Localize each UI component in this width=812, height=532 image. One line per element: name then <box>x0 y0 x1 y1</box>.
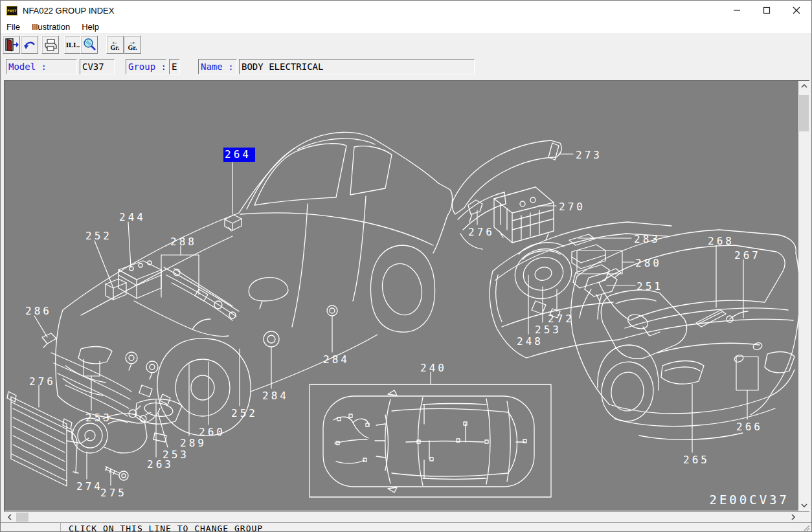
part-callout-268[interactable]: 268 <box>708 235 734 248</box>
part-callout-283[interactable]: 283 <box>634 233 660 246</box>
part-callout-274[interactable]: 274 <box>76 480 103 493</box>
status-panel-left <box>1 523 61 532</box>
maximize-button[interactable] <box>752 1 782 20</box>
group-previous-button[interactable]: ← Gr. <box>106 36 124 54</box>
menu-illustration[interactable]: Illustration <box>26 20 76 33</box>
horizontal-scrollbar[interactable] <box>4 511 809 522</box>
part-callout-284[interactable]: 284 <box>262 390 289 403</box>
name-label: Name : <box>198 59 237 74</box>
part-callout-273[interactable]: 273 <box>576 149 602 162</box>
menu-bar: File Illustration Help <box>1 20 811 33</box>
scroll-left-icon <box>8 514 12 520</box>
maximize-icon <box>763 6 771 14</box>
vertical-scroll-thumb[interactable] <box>799 95 809 131</box>
close-icon <box>793 6 800 14</box>
part-callout-289[interactable]: 289 <box>180 437 207 450</box>
undo-arrow-icon <box>23 39 37 50</box>
zoom-button[interactable] <box>80 36 98 54</box>
toolbar: ILL. ← Gr. → Gr. <box>1 33 811 56</box>
scroll-down-icon <box>801 504 807 507</box>
scroll-right-icon <box>791 514 795 520</box>
part-callout-253[interactable]: 253 <box>85 412 112 425</box>
part-callout-288[interactable]: 288 <box>170 236 197 249</box>
minimize-button[interactable] <box>722 1 752 20</box>
part-callout-264[interactable]: 264 <box>223 148 255 162</box>
horizontal-scroll-thumb[interactable] <box>16 513 28 522</box>
part-callout-253[interactable]: 253 <box>535 324 561 337</box>
part-callout-267[interactable]: 267 <box>734 249 761 262</box>
part-callout-266[interactable]: 266 <box>736 421 763 434</box>
exit-button[interactable] <box>3 36 20 54</box>
exit-door-icon <box>5 38 19 52</box>
resize-grip-icon[interactable] <box>802 524 810 531</box>
fields-row: Model : CV37 Group : E Name : BODY ELECT… <box>1 56 811 80</box>
part-callout-270[interactable]: 270 <box>559 201 585 214</box>
part-callout-252[interactable]: 252 <box>231 407 258 420</box>
name-value[interactable]: BODY ELECTRICAL <box>239 59 475 74</box>
magnifier-icon <box>82 38 96 52</box>
illustration-icon: ILL. <box>66 41 80 49</box>
part-callout-251[interactable]: 251 <box>637 280 663 293</box>
illustration-canvas[interactable]: 2642442522882862762732702832802512682672… <box>5 81 798 511</box>
part-callout-252[interactable]: 252 <box>85 230 112 243</box>
part-callout-280[interactable]: 280 <box>635 257 662 270</box>
group-next-label: Gr. <box>128 45 137 51</box>
undo-button[interactable] <box>21 36 38 54</box>
group-value[interactable]: E <box>169 59 180 74</box>
group-previous-label: Gr. <box>111 45 120 51</box>
illustration-code: 2E00CV37 <box>709 493 789 507</box>
scroll-right-button[interactable] <box>787 512 798 522</box>
scroll-up-button[interactable] <box>798 81 809 91</box>
scroll-up-icon <box>801 84 807 88</box>
part-callout-265[interactable]: 265 <box>683 454 710 467</box>
part-callout-240[interactable]: 240 <box>420 362 447 375</box>
title-bar[interactable]: FAST NFA022 GROUP INDEX <box>1 1 811 20</box>
fast-logo-icon: FAST <box>6 6 17 16</box>
group-label: Group : <box>126 59 166 74</box>
model-label: Model : <box>6 59 77 74</box>
callout-layer: 2642442522882862762732702832802512682672… <box>5 81 798 511</box>
scroll-left-button[interactable] <box>4 512 15 522</box>
print-button[interactable] <box>41 36 59 54</box>
part-callout-248[interactable]: 248 <box>517 335 543 348</box>
menu-file[interactable]: File <box>1 20 26 33</box>
illustration-button[interactable]: ILL. <box>64 36 82 54</box>
window-title: NFA022 GROUP INDEX <box>23 6 114 16</box>
app-window: FAST NFA022 GROUP INDEX File Illustratio… <box>0 0 812 532</box>
close-button[interactable] <box>782 1 811 20</box>
part-callout-244[interactable]: 244 <box>119 211 146 224</box>
part-callout-284[interactable]: 284 <box>323 353 350 366</box>
model-value[interactable]: CV37 <box>80 59 115 74</box>
group-next-button[interactable]: → Gr. <box>124 36 141 54</box>
minimize-icon <box>733 6 741 14</box>
status-message[interactable]: CLICK ON THIS LINE TO CHANGE GROUP <box>69 524 263 532</box>
part-callout-276[interactable]: 276 <box>29 375 56 388</box>
status-bar[interactable]: CLICK ON THIS LINE TO CHANGE GROUP <box>1 522 811 532</box>
canvas-frame: 2642442522882862762732702832802512682672… <box>4 80 809 511</box>
vertical-scrollbar[interactable] <box>798 81 809 511</box>
printer-icon <box>43 38 58 51</box>
menu-help[interactable]: Help <box>76 20 105 33</box>
scroll-down-button[interactable] <box>798 500 809 511</box>
part-callout-275[interactable]: 275 <box>100 487 127 500</box>
part-callout-286[interactable]: 286 <box>25 305 52 318</box>
part-callout-263[interactable]: 263 <box>147 458 174 471</box>
part-callout-276[interactable]: 276 <box>468 226 495 239</box>
